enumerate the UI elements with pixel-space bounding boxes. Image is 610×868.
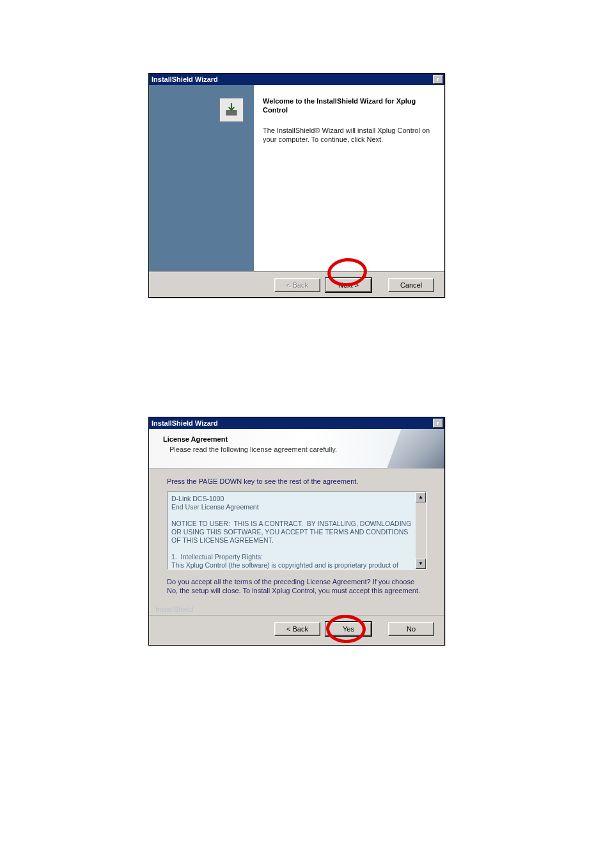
scroll-down-icon[interactable]: ▼ [416, 559, 426, 569]
cancel-button[interactable]: Cancel [388, 278, 434, 292]
installer-icon [219, 98, 244, 122]
welcome-description: The InstallShield® Wizard will install X… [263, 126, 430, 144]
back-button: < Back [274, 278, 320, 292]
license-subheading: Please read the following license agreem… [163, 446, 432, 453]
installshield-brand: InstallShield [155, 605, 444, 613]
no-button[interactable]: No [388, 622, 434, 636]
page-down-instruction: Press the PAGE DOWN key to see the rest … [167, 477, 426, 485]
button-bar: < Back Next > Cancel [149, 272, 444, 297]
welcome-content: Welcome to the InstallShield Wizard for … [254, 85, 444, 272]
license-header: License Agreement Please read the follow… [149, 429, 444, 469]
window-title: InstallShield Wizard [152, 75, 218, 83]
welcome-heading: Welcome to the InstallShield Wizard for … [263, 97, 430, 114]
installshield-license-window: InstallShield Wizard r License Agreement… [148, 417, 445, 646]
license-textbox[interactable]: D-Link DCS-1000 End User License Agreeme… [167, 492, 426, 570]
welcome-side-panel [149, 85, 254, 272]
button-bar: < Back Yes No [149, 616, 444, 641]
yes-button[interactable]: Yes [325, 622, 371, 636]
titlebar[interactable]: InstallShield Wizard r [149, 417, 444, 429]
titlebar[interactable]: InstallShield Wizard r [149, 74, 444, 85]
license-agreement-text: D-Link DCS-1000 End User License Agreeme… [168, 492, 416, 569]
welcome-body: Welcome to the InstallShield Wizard for … [149, 85, 444, 272]
scroll-up-icon[interactable]: ▲ [416, 492, 426, 502]
next-button[interactable]: Next > [325, 278, 371, 292]
installshield-welcome-window: InstallShield Wizard r Welcome to the In… [148, 73, 445, 298]
back-button[interactable]: < Back [274, 622, 320, 636]
license-body: Press the PAGE DOWN key to see the rest … [149, 469, 444, 599]
window-title: InstallShield Wizard [152, 419, 218, 427]
close-icon[interactable]: r [433, 419, 443, 428]
license-heading: License Agreement [163, 435, 432, 443]
close-icon[interactable]: r [433, 75, 443, 84]
scrollbar[interactable]: ▲ ▼ [416, 492, 426, 569]
accept-question: Do you accept all the terms of the prece… [167, 577, 426, 595]
